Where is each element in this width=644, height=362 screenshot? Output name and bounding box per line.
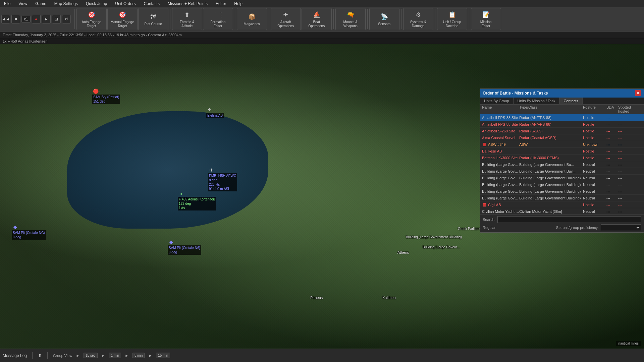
menu-unitorders[interactable]: Unit Orders xyxy=(114,1,137,7)
row1-posture: Hostile xyxy=(583,116,606,120)
oob-row-building1[interactable]: Building (Large Govern... Building (Larg… xyxy=(480,161,644,168)
menu-editor[interactable]: Editor xyxy=(214,1,227,7)
row5-spotted: --- xyxy=(618,142,642,146)
search-input[interactable] xyxy=(497,216,641,223)
auto-engage-target-button[interactable]: 🎯 Auto EngageTarget xyxy=(76,8,107,30)
oob-titlebar[interactable]: Order of Battle - Missions & Tasks ✕ xyxy=(480,89,644,98)
row3-posture: Hostile xyxy=(583,129,606,133)
unit-sam-crotale-ng[interactable]: ◆ SAM Plt (Crotale-NG)0 deg xyxy=(12,224,46,240)
bottombar: Message Log ⬆ Group View ► 15 sec ► 1 mi… xyxy=(0,349,644,362)
throttle-icon: ⬆ xyxy=(182,10,192,19)
row10-name: Building (Large Govern... xyxy=(482,176,519,180)
oob-row-yacht1[interactable]: Civilian Motor Yacht [38m] Civilian Moto… xyxy=(480,208,644,215)
row7-spotted: --- xyxy=(618,156,642,160)
aircraft-operations-button[interactable]: ✈ AircraftOperations xyxy=(271,8,301,30)
oob-row-batman[interactable]: Batman HK-3000 Site Radar (HK-3000 PEMS)… xyxy=(480,155,644,161)
row1-name: Ahlatibell FPS-88 Site xyxy=(482,116,519,120)
oob-row-ahlatibell-3[interactable]: Ahlatibell S-269 Site Radar (S-269) Host… xyxy=(480,128,644,134)
sensors-button[interactable]: 📡 Sensors xyxy=(369,8,399,30)
magazines-label: Magazines xyxy=(244,22,260,26)
play-icon2: ► xyxy=(101,353,105,358)
formation-editor-button[interactable]: ⋮⋮ FormationEditor xyxy=(203,8,233,30)
plot-course-icon: 🗺 xyxy=(149,12,158,21)
formation-icon: ⋮⋮ xyxy=(213,10,223,19)
mission-editor-button[interactable]: 📝 MissionEditor xyxy=(471,8,501,30)
oob-title: Order of Battle - Missions & Tasks xyxy=(483,91,548,96)
unit-emb-aewc[interactable]: ✈ EMB-145H AEWC8 deg226 kts9144.0 m ASL xyxy=(208,167,237,191)
row14-name: Cigli AB xyxy=(488,203,519,207)
unit-sam-crotale-n6[interactable]: ◆ SAM Plt (Crotale-N6)0 deg xyxy=(168,239,201,255)
oob-row-building4[interactable]: Building (Large Govern... Building (Larg… xyxy=(480,181,644,188)
mounts-weapons-button[interactable]: 🔫 Mounts &Weapons xyxy=(335,8,366,30)
oob-list[interactable]: Ahlatibell FPS-88 Site Radar (AN/FPS-88)… xyxy=(480,114,644,215)
oob-row-asw[interactable]: ASW #349 ASW Unknown --- --- xyxy=(480,141,644,148)
row6-posture: Hostile xyxy=(583,149,606,153)
manual-engage-target-button[interactable]: 🎯 Manual EngageTarget xyxy=(107,8,138,30)
oob-close-button[interactable]: ✕ xyxy=(635,90,641,96)
snapshot-button[interactable]: ⊡ xyxy=(52,15,61,23)
oob-row-ahlatibell-1[interactable]: Ahlatibell FPS-88 Site Radar (AN/FPS-88)… xyxy=(480,114,644,121)
menu-file[interactable]: File xyxy=(3,1,12,7)
map-area[interactable]: 🔴 SAM Bty (Patriot)151 deg ✈ Elefina AB … xyxy=(0,44,644,349)
menu-help[interactable]: Help xyxy=(233,1,244,7)
oob-row-cigli[interactable]: Cigli AB Hostile --- --- xyxy=(480,201,644,208)
row7-posture: Hostile xyxy=(583,156,606,160)
unit-group-doctrine-button[interactable]: 📋 Unit / GroupDoctrine xyxy=(437,8,467,30)
oob-row-building2[interactable]: Building (Large Govern... Building (Larg… xyxy=(480,168,644,175)
auto-engage-icon: 🎯 xyxy=(87,10,96,19)
row11-name: Building (Large Govern... xyxy=(482,183,519,187)
plot-course-button[interactable]: 🗺 Plot Course xyxy=(138,8,168,30)
row5-posture: Unknown xyxy=(583,142,606,146)
oob-row-building5[interactable]: Building (Large Govern... Building (Larg… xyxy=(480,188,644,195)
proficiency-select[interactable]: Recruit Regular Veteran Elite xyxy=(601,224,641,231)
cigli-marker xyxy=(482,202,487,207)
sep7 xyxy=(401,9,401,29)
oob-row-balikesir[interactable]: Balıkesir AB Hostile --- --- xyxy=(480,148,644,155)
unit-elefina-ab[interactable]: ✈ Elefina AB xyxy=(206,106,224,118)
row12-spotted: --- xyxy=(618,189,642,193)
sensors-label: Sensors xyxy=(378,22,390,26)
menu-quickjump[interactable]: Quick Jump xyxy=(85,1,108,7)
oob-row-aksa[interactable]: Aksa Coastal Surveillan... Radar (Coasta… xyxy=(480,134,644,141)
rewind-button[interactable]: ◄◄ xyxy=(1,15,10,23)
pause-button[interactable]: ■ xyxy=(11,15,20,23)
col-posture-header: Posture xyxy=(583,105,606,113)
crotale-n6-icon: ◆ xyxy=(168,239,174,245)
tab-units-by-group[interactable]: Units By Group xyxy=(480,98,514,104)
row15-type: Civilian Motor Yacht [38m] xyxy=(519,209,583,214)
boat-operations-button[interactable]: ⛵ BoatOperations xyxy=(302,8,332,30)
speed-15min[interactable]: 15 min xyxy=(156,353,170,358)
menu-missions[interactable]: Missions + Ref. Points xyxy=(166,1,209,7)
forward-button[interactable]: ► xyxy=(42,15,51,23)
boat-icon: ⛵ xyxy=(312,10,321,19)
unit-sam-patriot[interactable]: 🔴 SAM Bty (Patriot)151 deg xyxy=(92,88,120,104)
oob-row-building3[interactable]: Building (Large Govern... Building (Larg… xyxy=(480,175,644,181)
throttle-altitude-button[interactable]: ⬆ Throttle &Altitude xyxy=(172,8,202,30)
oob-row-building6[interactable]: Building (Large Govern... Building (Larg… xyxy=(480,195,644,201)
oob-tabs: Units By Group Units By Mission / Task C… xyxy=(480,98,644,105)
row13-posture: Neutral xyxy=(583,196,606,200)
tab-contacts[interactable]: Contacts xyxy=(559,98,582,104)
speed-1min[interactable]: 1 min xyxy=(109,353,121,358)
menu-mapsettings[interactable]: Map Settings xyxy=(53,1,79,7)
row5-bda: --- xyxy=(606,142,618,146)
systems-damage-button[interactable]: ⚙ Systems &Damage xyxy=(403,8,433,30)
row6-spotted: --- xyxy=(618,149,642,153)
speed-15sec[interactable]: 15 sec xyxy=(84,353,97,358)
row6-bda: --- xyxy=(606,149,618,153)
row8-spotted: --- xyxy=(618,163,642,167)
row10-posture: Neutral xyxy=(583,176,606,180)
aircraft-label: AircraftOperations xyxy=(277,20,294,28)
row9-spotted: --- xyxy=(618,169,642,173)
record-button[interactable]: ● xyxy=(32,15,41,23)
speed-5min[interactable]: 5 min xyxy=(132,353,145,358)
rotate-button[interactable]: ↺ xyxy=(62,15,71,23)
menu-contacts[interactable]: Contacts xyxy=(143,1,161,7)
oob-row-ahlatibell-2[interactable]: Ahlatibell FPS-88 Site Radar (AN/FPS-88)… xyxy=(480,121,644,128)
unit-f459-adrias[interactable]: ⬧ F 459 Adrias [Kortenaer]123 deg1kts xyxy=(178,190,216,210)
magazines-button[interactable]: 📦 Magazines xyxy=(237,8,267,30)
menu-game[interactable]: Game xyxy=(34,1,48,7)
menu-view[interactable]: View xyxy=(17,1,29,7)
row14-spotted: --- xyxy=(618,203,642,207)
tab-units-by-mission[interactable]: Units By Mission / Task xyxy=(514,98,560,104)
